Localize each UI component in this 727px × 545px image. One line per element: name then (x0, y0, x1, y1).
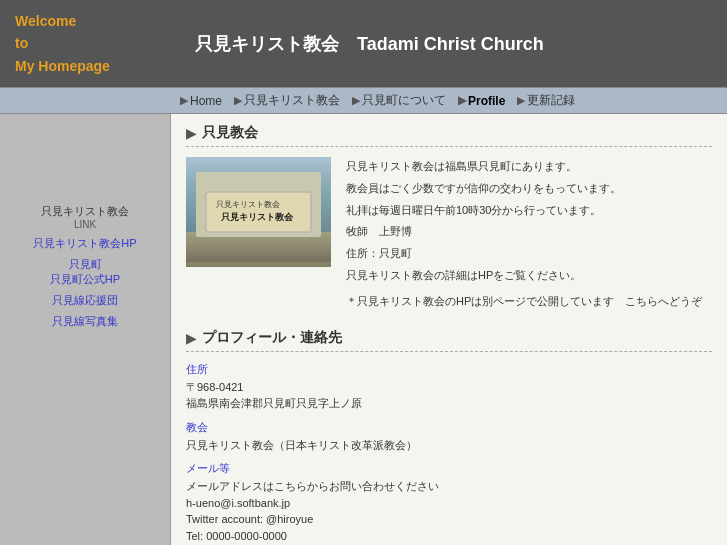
contact-mail-line2: h-ueno@i.softbank.jp (186, 495, 712, 512)
church-info-area: 只見キリスト教会 只見キリスト教会 只見キリスト教会は福島県只見町にあります。 … (186, 157, 712, 314)
church-photo: 只見キリスト教会 只見キリスト教会 (186, 157, 331, 267)
nav-updates[interactable]: ▶ 更新記録 (517, 92, 575, 109)
nav-arrow-icon: ▶ (352, 94, 360, 107)
nav-arrow-icon: ▶ (517, 94, 525, 107)
contact-tel: Tel: 0000-0000-0000 (186, 528, 712, 545)
sidebar-link-photos[interactable]: 只見線写真集 (8, 314, 162, 329)
sidebar-link-tadami[interactable]: 只見町 只見町公式HP (8, 257, 162, 287)
nav-church[interactable]: ▶ 只見キリスト教会 (234, 92, 340, 109)
nav-arrow-icon: ▶ (458, 94, 466, 107)
section-divider (186, 146, 712, 147)
contact-label-mail: メール等 (186, 461, 712, 476)
section1-title: 只見教会 (202, 124, 258, 142)
nav-profile[interactable]: ▶ Profile (458, 94, 505, 108)
page-title: 只見キリスト教会 Tadami Christ Church (185, 32, 712, 56)
contact-mail-line1: メールアドレスはこちらからお問い合わせください (186, 478, 712, 495)
section2-title: プロフィール・連絡先 (202, 329, 342, 347)
welcome-text: Welcome to My Homepage (15, 10, 185, 77)
navigation-bar: ▶ Home ▶ 只見キリスト教会 ▶ 只見町について ▶ Profile ▶ … (0, 87, 727, 114)
svg-text:只見キリスト教会: 只見キリスト教会 (220, 212, 294, 222)
contact-section: 住所 〒968-0421 福島県南会津郡只見町只見字上ノ原 教会 只見キリスト教… (186, 362, 712, 545)
nav-home[interactable]: ▶ Home (180, 94, 222, 108)
contact-address-line2: 福島県南会津郡只見町只見字上ノ原 (186, 395, 712, 412)
section-triangle-icon: ▶ (186, 125, 197, 141)
sidebar-link-church-hp[interactable]: 只見キリスト教会HP (8, 236, 162, 251)
nav-tadami[interactable]: ▶ 只見町について (352, 92, 446, 109)
contact-church-value: 只見キリスト教会（日本キリスト改革派教会） (186, 437, 712, 454)
sidebar-link-ensen[interactable]: 只見線応援団 (8, 293, 162, 308)
section-divider2 (186, 351, 712, 352)
church-description: 只見キリスト教会は福島県只見町にあります。 教会員はごく少数ですが信仰の交わりを… (346, 157, 712, 314)
svg-text:只見キリスト教会: 只見キリスト教会 (216, 200, 280, 209)
contact-twitter: Twitter account: @hiroyue (186, 511, 712, 528)
contact-address-line1: 〒968-0421 (186, 379, 712, 396)
sidebar: 只見キリスト教会 LINK 只見キリスト教会HP 只見町 只見町公式HP 只見線… (0, 114, 170, 545)
section2-header: ▶ プロフィール・連絡先 (186, 329, 712, 347)
sidebar-link-label: 只見キリスト教会 LINK (8, 204, 162, 230)
contact-label-address: 住所 (186, 362, 712, 377)
nav-arrow-icon: ▶ (234, 94, 242, 107)
section-triangle-icon2: ▶ (186, 330, 197, 346)
main-content: ▶ 只見教会 (170, 114, 727, 545)
section1-header: ▶ 只見教会 (186, 124, 712, 142)
contact-label-church: 教会 (186, 420, 712, 435)
nav-arrow-icon: ▶ (180, 94, 188, 107)
